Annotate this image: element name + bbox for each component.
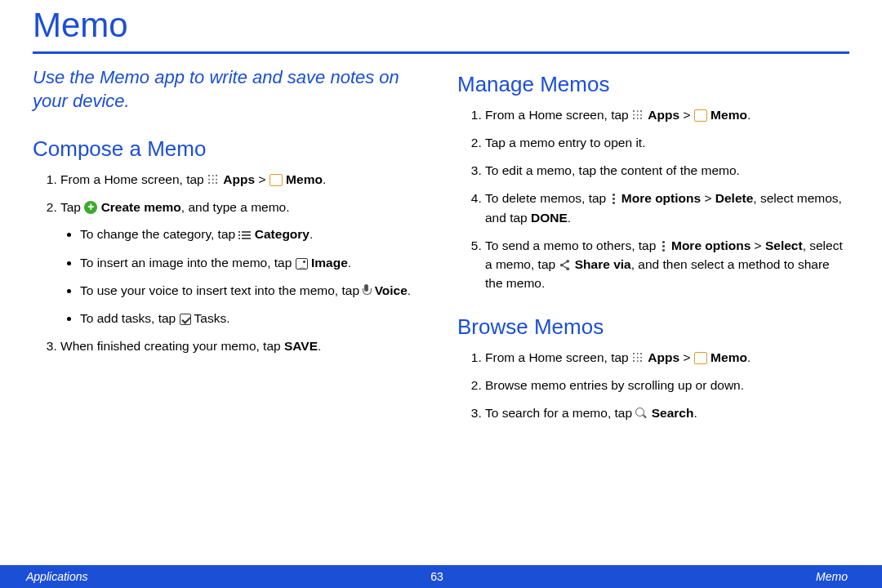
tasks-icon (180, 314, 191, 325)
more-options-icon (610, 193, 618, 205)
select-label: Select (765, 238, 803, 252)
image-label: Image (311, 256, 348, 270)
manage-step-3: To edit a memo, tap the content of the m… (485, 161, 849, 180)
delete-label: Delete (715, 191, 754, 205)
category-label: Category (255, 227, 310, 241)
voice-icon (363, 284, 371, 297)
sub-category: To change the category, tap Category. (80, 225, 425, 243)
image-icon (296, 258, 308, 270)
manage-step-4: To delete memos, tap More options > Dele… (485, 189, 849, 227)
share-via-label: Share via (575, 257, 631, 271)
compose-heading: Compose a Memo (33, 136, 425, 162)
page: Memo Use the Memo app to write and save … (0, 0, 882, 588)
voice-label: Voice (375, 283, 408, 297)
sub-tasks: To add tasks, tap Tasks. (80, 309, 425, 327)
memo-label: Memo (286, 172, 323, 186)
tasks-label: Tasks. (194, 311, 230, 325)
title-rule (33, 51, 849, 54)
browse-heading: Browse Memos (457, 314, 849, 340)
footer-left: Applications (0, 570, 430, 583)
compose-steps: From a Home screen, tap Apps > Memo. Tap… (33, 170, 425, 356)
footer-page-number: 63 (430, 570, 443, 583)
left-column: Use the Memo app to write and save notes… (33, 65, 425, 432)
footer-right: Memo (443, 570, 882, 583)
manage-steps: From a Home screen, tap Apps > Memo. Tap… (457, 105, 849, 293)
page-title: Memo (33, 3, 849, 48)
compose-step-1: From a Home screen, tap Apps > Memo. (60, 170, 425, 189)
svg-line-3 (562, 261, 568, 265)
manage-step-2: Tap a memo entry to open it. (485, 133, 849, 152)
manage-step-1: From a Home screen, tap Apps > Memo. (485, 105, 849, 124)
create-memo-label: Create memo (101, 200, 181, 214)
category-icon (238, 230, 251, 241)
more-options-label: More options (621, 191, 701, 205)
search-icon (635, 408, 648, 420)
browse-step-2: Browse memo entries by scrolling up or d… (485, 376, 849, 394)
footer: Applications 63 Memo (0, 565, 882, 588)
memo-icon (270, 174, 283, 186)
right-column: Manage Memos From a Home screen, tap App… (457, 65, 849, 432)
save-label: SAVE (284, 339, 318, 353)
memo-icon (694, 352, 707, 364)
svg-line-4 (562, 265, 568, 270)
browse-steps: From a Home screen, tap Apps > Memo. Bro… (457, 348, 849, 423)
compose-step-3: When finished creating your memo, tap SA… (60, 336, 425, 355)
more-options-icon (660, 240, 668, 252)
apps-icon (207, 174, 220, 186)
manage-step-5: To send a memo to others, tap More optio… (485, 236, 849, 293)
browse-step-1: From a Home screen, tap Apps > Memo. (485, 348, 849, 367)
apps-icon (632, 109, 644, 122)
sub-image: To insert an image into the memo, tap Im… (80, 253, 425, 272)
apps-icon (632, 352, 644, 364)
manage-heading: Manage Memos (457, 72, 849, 97)
apps-label: Apps (223, 172, 255, 186)
compose-step-2: Tap Create memo, and type a memo. To cha… (60, 198, 425, 327)
share-icon (559, 257, 571, 270)
done-label: DONE (531, 211, 568, 225)
memo-icon (694, 109, 707, 122)
content-columns: Use the Memo app to write and save notes… (33, 65, 849, 432)
intro-text: Use the Memo app to write and save notes… (33, 65, 425, 114)
compose-substeps: To change the category, tap Category. To… (60, 225, 425, 327)
sub-voice: To use your voice to insert text into th… (80, 281, 425, 300)
browse-step-3: To search for a memo, tap Search. (485, 403, 849, 422)
plus-icon (84, 201, 97, 214)
search-label: Search (652, 406, 694, 420)
